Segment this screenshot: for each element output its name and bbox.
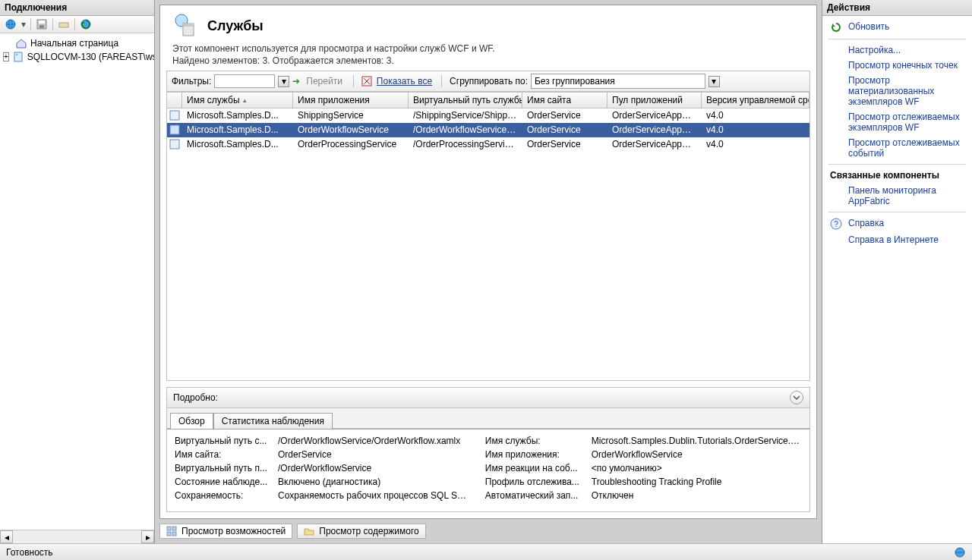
svg-rect-13: [170, 125, 179, 134]
group-by-value: Без группирования: [535, 76, 615, 87]
related-components-header: Связанные компоненты: [822, 168, 972, 183]
col-service-name[interactable]: Имя службы ▴: [182, 93, 293, 108]
tree-start-label: Начальная страница: [30, 38, 118, 49]
tab-stats[interactable]: Статистика наблюдения: [213, 413, 333, 429]
expander-icon[interactable]: +: [3, 52, 9, 61]
server-icon: [12, 51, 24, 63]
view-content-tab[interactable]: Просмотр содержимого: [297, 524, 425, 539]
svg-rect-15: [167, 527, 171, 530]
action-tracked-wf[interactable]: Просмотр отслеживаемых экземпляров WF: [822, 109, 972, 135]
collapse-icon[interactable]: [790, 391, 803, 404]
group-by-select[interactable]: Без группирования: [531, 74, 705, 89]
scroll-left-icon[interactable]: ◂: [0, 530, 13, 543]
center-panel: Службы Этот компонент используется для п…: [155, 0, 822, 543]
refresh-icon: [830, 21, 842, 33]
filter-go-label: Перейти: [303, 76, 346, 87]
svg-rect-18: [172, 532, 176, 536]
connections-toolbar: ▾: [0, 16, 154, 33]
grid-icon: [166, 526, 177, 536]
status-globe-icon: [954, 546, 966, 558]
result-count: Найдено элементов: 3. Отображается элеме…: [160, 55, 816, 71]
col-site-name[interactable]: Имя сайта: [522, 93, 608, 108]
svg-rect-10: [183, 24, 194, 27]
table-row[interactable]: Microsoft.Samples.D... ShippingService /…: [167, 109, 809, 123]
details-left-column: Виртуальный путь с.../OrderWorkflowServi…: [175, 436, 467, 501]
filter-input[interactable]: [214, 74, 275, 88]
action-help-online[interactable]: Справка в Интернете: [822, 232, 972, 247]
tree-server-node[interactable]: + SQLLOCVM-130 (FAREAST\wssb: [0, 50, 154, 64]
action-endpoints[interactable]: Просмотр конечных точек: [822, 58, 972, 73]
connections-panel: Подключения ▾: [0, 0, 155, 543]
scroll-right-icon[interactable]: ▸: [141, 530, 154, 543]
filters-label: Фильтры:: [172, 76, 211, 87]
details-body: Виртуальный путь с.../OrderWorkflowServi…: [166, 429, 810, 512]
connect-icon[interactable]: [58, 18, 70, 30]
grid-header: Имя службы ▴ Имя приложения Виртуальный …: [167, 93, 809, 109]
filter-bar: Фильтры: ▾ ➔ Перейти Показать все Сгрупп…: [166, 71, 810, 92]
actions-panel: Действия Обновить Настройка... Просмотр …: [822, 0, 972, 543]
action-persisted-wf[interactable]: Просмотр материализованных экземпляров W…: [822, 73, 972, 109]
svg-rect-6: [14, 52, 22, 61]
help-icon: ?: [830, 218, 842, 230]
svg-rect-17: [167, 532, 171, 536]
svg-rect-12: [170, 111, 179, 120]
svg-point-7: [16, 54, 17, 55]
page-description: Этот компонент используется для просмотр…: [160, 43, 816, 55]
actions-header: Действия: [822, 0, 972, 16]
details-tabs: Обзор Статистика наблюдения: [166, 408, 810, 429]
sort-asc-icon: ▴: [243, 96, 247, 104]
svg-text:?: ?: [834, 220, 838, 228]
filter-dropdown-icon[interactable]: ▾: [278, 76, 289, 87]
save-icon[interactable]: [36, 18, 48, 30]
folder-icon: [304, 526, 314, 536]
table-row[interactable]: Microsoft.Samples.D... OrderWorkflowServ…: [167, 123, 809, 137]
page-title: Службы: [207, 18, 264, 34]
details-header: Подробно:: [166, 387, 810, 408]
svg-rect-3: [39, 25, 44, 28]
action-configure[interactable]: Настройка...: [822, 42, 972, 58]
tab-overview[interactable]: Обзор: [170, 413, 213, 429]
view-features-tab[interactable]: Просмотр возможностей: [159, 524, 292, 539]
services-icon: [172, 13, 198, 39]
action-refresh[interactable]: Обновить: [822, 19, 972, 36]
svg-rect-4: [59, 23, 68, 27]
details-right-column: Имя службы:Microsoft.Samples.Dublin.Tuto…: [485, 436, 802, 501]
action-dashboard[interactable]: Панель мониторинга AppFabric: [822, 183, 972, 209]
group-by-dropdown-icon[interactable]: ▾: [708, 76, 720, 87]
svg-rect-16: [172, 527, 176, 530]
home-icon: [15, 37, 27, 49]
col-app-pool[interactable]: Пул приложений: [608, 93, 702, 108]
tree-server-label: SQLLOCVM-130 (FAREAST\wssb: [27, 52, 154, 62]
connections-header: Подключения: [0, 0, 154, 16]
table-row[interactable]: Microsoft.Samples.D... OrderProcessingSe…: [167, 137, 809, 152]
refresh-globe-icon[interactable]: [80, 18, 92, 30]
action-help[interactable]: ? Справка: [822, 216, 972, 232]
col-app-name[interactable]: Имя приложения: [293, 93, 409, 108]
grid-body[interactable]: Microsoft.Samples.D... ShippingService /…: [167, 109, 809, 380]
connections-h-scrollbar[interactable]: ◂ ▸: [0, 530, 154, 543]
col-icon[interactable]: [167, 93, 182, 108]
services-grid: Имя службы ▴ Имя приложения Виртуальный …: [166, 92, 810, 381]
show-all-link[interactable]: Показать все: [375, 76, 434, 87]
status-bar: Готовность: [0, 543, 972, 560]
col-virtual-path[interactable]: Виртуальный путь службы: [409, 93, 522, 108]
filter-go-icon: ➔: [292, 76, 300, 87]
svg-rect-14: [170, 140, 179, 149]
view-tabs: Просмотр возможностей Просмотр содержимо…: [155, 519, 822, 543]
svg-rect-2: [39, 20, 45, 24]
col-runtime-version[interactable]: Версия управляемой сре...: [702, 93, 809, 108]
details-pane: Подробно: Обзор Статистика наблюдения Ви…: [166, 387, 810, 512]
status-text: Готовность: [6, 547, 53, 558]
group-by-label: Сгруппировать по:: [450, 76, 528, 87]
tree-start-page[interactable]: Начальная страница: [0, 36, 154, 50]
globe-back-icon[interactable]: [5, 18, 17, 30]
connections-tree[interactable]: Начальная страница + SQLLOCVM-130 (FAREA…: [0, 33, 154, 530]
details-title: Подробно:: [173, 392, 218, 403]
show-all-icon: [361, 76, 372, 87]
action-tracked-events[interactable]: Просмотр отслеживаемых событий: [822, 135, 972, 161]
